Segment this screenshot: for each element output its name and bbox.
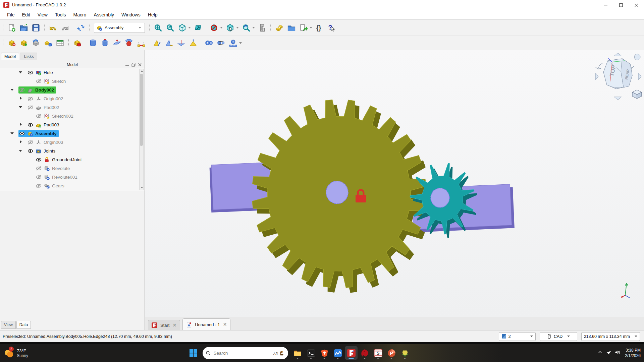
std-part-button[interactable] [273,22,285,34]
navcube-right-arrow[interactable] [638,73,641,80]
close-button[interactable] [629,0,644,10]
dock-minimize-icon[interactable] [125,62,129,68]
visibility-eye-icon[interactable] [28,70,33,75]
asm-new-part-button[interactable] [42,37,54,49]
tree-item-sketch[interactable]: Sketch [0,77,145,85]
visibility-eye-icon[interactable] [28,148,33,154]
tree-item-revolute001[interactable]: Revolute001 [0,173,145,181]
speaker-icon[interactable] [615,350,620,356]
joint-gears-button[interactable] [203,37,215,49]
tab-close-icon[interactable]: ✕ [172,323,176,327]
visibility-eye-off-icon[interactable] [19,87,25,93]
tab-data[interactable]: Data [16,321,31,329]
weather-widget[interactable]: 2 73°F Sunny [4,348,54,358]
tree-expander-icon[interactable] [10,87,15,93]
taskbar-app-file-explorer[interactable] [291,346,304,360]
minimize-button[interactable] [598,0,613,10]
box-select-button[interactable] [224,22,236,34]
navigation-cube[interactable]: TOP REAR [593,51,643,102]
dropdown-caret-icon[interactable] [239,42,242,44]
menu-file[interactable]: File [3,11,18,18]
taskbar-app-activity[interactable] [331,346,344,360]
tab-model[interactable]: Model [1,53,19,60]
undo-button[interactable] [47,22,59,34]
clip-plane-button[interactable] [208,22,220,34]
menu-edit[interactable]: Edit [18,11,34,18]
open-file-button[interactable] [18,22,30,34]
toolbar-grip[interactable] [68,39,69,47]
whats-this-button[interactable]: ? [326,22,338,34]
joint-rack-button[interactable] [227,37,239,49]
link-make-button[interactable] [298,22,310,34]
navcube-up-arrow[interactable] [614,53,622,56]
visibility-eye-off-icon[interactable] [28,139,33,145]
toolbar-grip[interactable] [2,23,4,32]
tree-expander-icon[interactable] [18,139,23,145]
visibility-eye-off-icon[interactable] [36,183,42,189]
measure-button[interactable] [256,22,268,34]
tree-item-origin002[interactable]: Origin002 [0,94,145,103]
scroll-up-icon[interactable] [141,70,143,72]
new-file-button[interactable] [6,22,18,34]
tree-expander-icon[interactable] [18,148,23,154]
tab-document[interactable]: Unnamed : 1 ✕ [182,318,230,330]
menu-assembly[interactable]: Assembly [90,11,118,18]
joint-angle-1-button[interactable] [151,37,163,49]
menu-view[interactable]: View [34,11,51,18]
joint-cylindrical-button[interactable] [99,37,111,49]
dropdown-caret-icon[interactable] [310,27,312,28]
asm-create-button[interactable] [6,37,18,49]
navcube-mini-cube[interactable] [632,90,642,99]
workbench-selector[interactable]: Assembly [94,23,145,33]
joint-angle-4-button[interactable] [187,37,199,49]
asm-bom-button[interactable] [54,37,66,49]
tree-item-joints[interactable]: Joints [0,146,145,155]
toolbar-grip[interactable] [149,23,150,32]
view-align-button[interactable] [192,22,204,34]
refresh-button[interactable] [75,22,87,34]
visibility-eye-off-icon[interactable] [28,105,33,110]
asm-solve-button[interactable] [30,37,42,49]
joint-angle-3-button[interactable] [175,37,187,49]
big-gear-hub[interactable] [326,181,348,204]
tab-start[interactable]: Start ✕ [148,320,180,330]
small-gear-hub[interactable] [431,188,449,207]
tree-scrollbar-thumb[interactable] [140,74,143,146]
tree-item-hole[interactable]: Hole [0,68,145,77]
dimensions-dropdown[interactable]: 213.60 mm x 113.34 mm [581,332,640,341]
visibility-eye-off-icon[interactable] [36,174,42,180]
tree-item-pad003[interactable]: Pad003 [0,120,145,129]
tree-expander-icon[interactable] [18,96,23,101]
search-box[interactable]: ♪♫ [203,347,288,359]
navcube-body[interactable]: TOP REAR [603,58,632,89]
tree-scrollbar[interactable] [139,69,144,190]
visibility-eye-off-icon[interactable] [28,96,33,102]
maximize-button[interactable] [613,0,629,10]
search-input[interactable] [214,351,273,356]
dropdown-caret-icon[interactable] [252,27,255,28]
toolbar-grip[interactable] [44,23,45,32]
start-button[interactable] [186,346,200,360]
navcube-down-arrow[interactable] [614,97,622,100]
taskbar-app-freecad[interactable] [345,346,358,360]
zoom-fit-button[interactable] [152,22,164,34]
tree-item-body002[interactable]: Body002 [0,85,145,94]
visibility-eye-icon[interactable] [36,157,42,163]
view-rotate-button[interactable] [240,22,252,34]
menu-macro[interactable]: Macro [69,11,90,18]
redo-button[interactable] [59,22,71,34]
tab-close-icon[interactable]: ✕ [223,322,227,327]
visibility-eye-icon[interactable] [28,122,33,128]
dock-float-icon[interactable] [131,62,136,68]
tree-expander-icon[interactable] [18,70,23,75]
joint-belt-button[interactable] [215,37,227,49]
tree-expander-icon[interactable] [10,131,15,136]
mouse-mode-dropdown[interactable]: CAD [540,332,577,341]
dropdown-caret-icon[interactable] [220,27,223,28]
taskbar-app-terminal[interactable] [305,346,317,360]
joint-distance-button[interactable] [135,37,147,49]
tree-item-origin003[interactable]: Origin003 [0,138,145,146]
menu-tools[interactable]: Tools [51,11,70,18]
taskbar-app-tulip-app[interactable] [398,346,411,360]
dock-close-icon[interactable] [138,62,142,68]
